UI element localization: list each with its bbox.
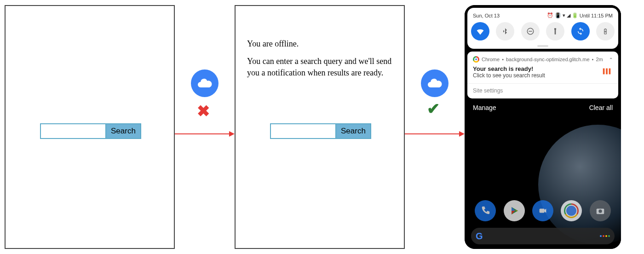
search-button[interactable]: Search	[335, 124, 370, 138]
check-icon: ✔	[427, 99, 440, 118]
notification-body: Click to see you search result	[473, 72, 545, 79]
signal-icon: ◢	[567, 12, 570, 18]
clear-all-button[interactable]: Clear all	[589, 104, 613, 111]
svg-rect-7	[605, 29, 606, 29]
quick-settings-panel: Sun, Oct 13 ⏰ 📳 ▾ ◢ 🔋 Until 11:15 PM	[467, 8, 618, 49]
cloud-icon	[421, 69, 448, 97]
battery-icon: 🔋	[572, 12, 578, 18]
qs-drag-handle[interactable]	[537, 45, 548, 47]
search-row: Search	[270, 123, 371, 139]
notification-card[interactable]: Chrome • background-sync-optimized.glitc…	[467, 52, 618, 98]
offline-body: You can enter a search query and we'll s…	[247, 56, 392, 78]
alarm-icon: ⏰	[547, 12, 553, 18]
qs-wifi[interactable]	[471, 22, 489, 40]
svg-rect-11	[606, 69, 608, 75]
dock-chrome[interactable]	[561, 200, 582, 221]
dock-camera[interactable]	[590, 200, 611, 221]
cloud-icon	[191, 69, 218, 97]
qs-dnd[interactable]	[521, 22, 540, 40]
notification-header: Chrome • background-sync-optimized.glitc…	[473, 56, 613, 63]
wallpaper-earth	[538, 125, 621, 244]
offline-title: You are offline.	[247, 38, 392, 49]
vibrate-icon: 📳	[555, 12, 561, 18]
phone-screen: Sun, Oct 13 ⏰ 📳 ▾ ◢ 🔋 Until 11:15 PM	[465, 5, 621, 249]
search-row: Search	[40, 123, 141, 139]
flow-connector-2: ✔	[405, 5, 465, 249]
arrow-icon	[175, 129, 235, 140]
dock-phone[interactable]	[475, 200, 496, 221]
search-page-initial: Search	[5, 5, 175, 249]
notification-source: background-sync-optimized.glitch.me	[506, 57, 590, 62]
svg-rect-12	[609, 69, 611, 75]
qs-auto-rotate[interactable]	[571, 22, 590, 40]
status-right: ⏰ 📳 ▾ ◢ 🔋 Until 11:15 PM	[547, 12, 613, 18]
dock-duo[interactable]	[532, 200, 553, 221]
search-input[interactable]	[41, 124, 105, 138]
notification-app: Chrome	[482, 57, 500, 62]
status-until: Until 11:15 PM	[580, 13, 613, 18]
svg-marker-1	[229, 131, 235, 137]
svg-rect-17	[540, 208, 545, 213]
svg-marker-18	[545, 208, 546, 213]
manage-button[interactable]: Manage	[473, 104, 496, 111]
notification-title: Your search is ready!	[473, 65, 545, 72]
search-pill[interactable]: G	[471, 228, 615, 244]
dock	[465, 200, 621, 221]
svg-marker-3	[459, 131, 465, 137]
dock-play-store[interactable]	[504, 200, 525, 221]
qs-bluetooth[interactable]	[496, 22, 514, 40]
status-date: Sun, Oct 13	[473, 13, 500, 18]
svg-point-20	[598, 209, 602, 213]
site-settings-link[interactable]: Site settings	[473, 87, 613, 94]
search-input[interactable]	[271, 124, 335, 138]
assistant-icon[interactable]	[600, 235, 610, 237]
qs-battery-saver[interactable]	[596, 22, 615, 40]
flow-connector-1: ✖	[175, 5, 235, 249]
search-page-offline: You are offline. You can enter a search …	[235, 5, 405, 249]
svg-rect-10	[603, 69, 605, 75]
arrow-icon	[405, 129, 465, 140]
wifi-icon: ▾	[563, 12, 565, 18]
divider	[467, 83, 618, 84]
quick-settings-tiles	[471, 22, 615, 43]
x-icon: ✖	[197, 102, 210, 120]
google-g-icon: G	[476, 231, 483, 242]
status-bar: Sun, Oct 13 ⏰ 📳 ▾ ◢ 🔋 Until 11:15 PM	[471, 12, 615, 22]
chevron-up-icon[interactable]: ⌃	[609, 57, 613, 62]
chrome-icon	[473, 56, 479, 63]
notification-age: 2m	[596, 57, 603, 62]
notification-app-icon	[601, 65, 613, 77]
offline-message: You are offline. You can enter a search …	[247, 38, 392, 85]
search-button[interactable]: Search	[105, 124, 140, 138]
shade-actions: Manage Clear all	[465, 98, 621, 111]
qs-flashlight[interactable]	[546, 22, 564, 40]
